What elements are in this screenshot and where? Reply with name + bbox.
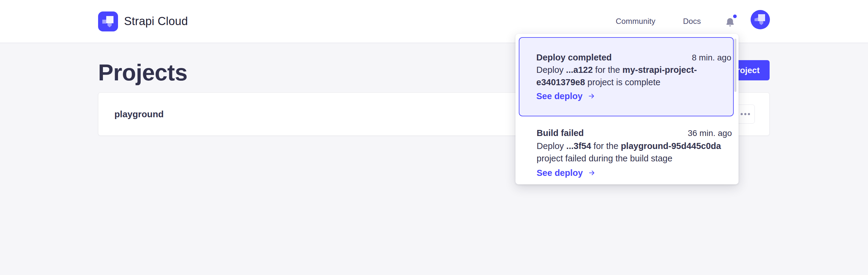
brand[interactable]: Strapi Cloud [98,0,188,43]
notifications-bell-button[interactable] [724,11,738,31]
notification-title: Deploy completed [536,52,612,62]
notification-timestamp: 36 min. ago [688,128,732,138]
see-deploy-link[interactable]: See deploy [537,168,596,178]
brand-name: Strapi Cloud [124,15,188,28]
notification-timestamp: 8 min. ago [692,53,731,63]
notification-item[interactable]: Deploy completed8 min. agoDeploy ...a122… [519,37,734,116]
popup-scrollbar[interactable] [734,39,736,92]
project-name: playground [114,93,163,135]
notification-body: Deploy ...3f54 for the playground-95d445… [537,140,732,165]
strapi-mark-icon [751,10,770,29]
arrow-right-icon [587,92,596,100]
notification-title: Build failed [537,128,584,138]
user-avatar[interactable] [751,10,770,29]
page-title: Projects [98,61,187,84]
strapi-mark-icon [98,11,118,31]
bell-icon [724,17,736,28]
see-deploy-link[interactable]: See deploy [536,91,596,101]
notification-body: Deploy ...a122 for the my-strapi-project… [536,64,731,88]
notifications-popup: Deploy completed8 min. agoDeploy ...a122… [516,34,739,184]
notification-item[interactable]: Build failed36 min. agoDeploy ...3f54 fo… [537,128,732,178]
arrow-right-icon [587,169,596,176]
unread-dot [733,15,737,18]
ellipsis-icon [741,113,743,115]
strapi-logo-icon [98,11,118,31]
